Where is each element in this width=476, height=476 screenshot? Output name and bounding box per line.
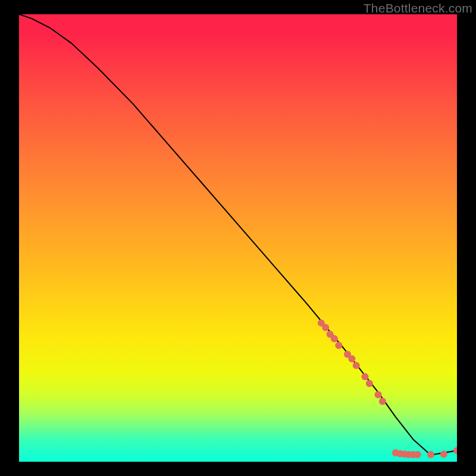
highlight-point	[440, 450, 447, 458]
highlight-point	[366, 380, 373, 387]
bottleneck-curve	[19, 14, 457, 455]
highlight-point	[379, 397, 386, 405]
chart-overlay-svg	[19, 14, 457, 462]
highlight-point	[335, 342, 342, 349]
highlight-point	[453, 447, 457, 454]
curve-layer	[19, 14, 457, 455]
highlight-points-layer	[318, 320, 457, 458]
highlight-point	[353, 362, 360, 369]
chart-stage: TheBottleneck.com	[0, 0, 476, 476]
highlight-point	[348, 355, 355, 362]
highlight-point	[361, 373, 368, 380]
watermark-text: TheBottleneck.com	[364, 1, 472, 15]
plot-area	[19, 14, 457, 462]
highlight-point	[322, 324, 329, 331]
highlight-point	[414, 451, 421, 458]
highlight-point	[427, 451, 434, 458]
highlight-point	[331, 335, 338, 342]
highlight-point	[375, 391, 382, 398]
